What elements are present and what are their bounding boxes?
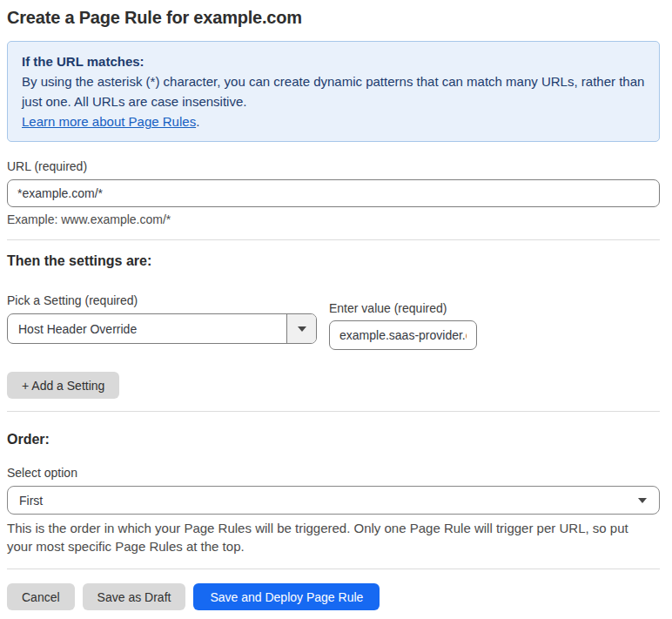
divider [7,239,660,240]
add-setting-button[interactable]: + Add a Setting [7,372,119,399]
order-helper-text: This is the order in which your Page Rul… [7,519,651,555]
order-select-label: Select option [7,467,660,480]
create-page-rule-form: Create a Page Rule for example.com If th… [0,0,672,619]
url-input[interactable] [7,179,660,207]
add-setting-wrap: + Add a Setting [7,372,660,399]
page-title: Create a Page Rule for example.com [7,7,660,28]
setting-select-group: Pick a Setting (required) Host Header Ov… [7,294,317,344]
url-field-label: URL (required) [7,160,660,173]
divider [7,569,660,569]
learn-more-link[interactable]: Learn more about Page Rules [22,114,196,129]
footer-actions: Cancel Save as Draft Save and Deploy Pag… [7,583,660,610]
save-draft-button[interactable]: Save as Draft [83,583,186,610]
order-heading-wrap: Order: [7,433,660,447]
setting-value-input[interactable] [329,320,477,350]
dropdown-arrow-icon [298,326,306,332]
setting-select-label: Pick a Setting (required) [7,294,317,307]
order-section-heading: Order: [7,433,660,447]
url-match-info-box: If the URL matches: By using the asteris… [7,41,660,142]
order-select[interactable]: First [7,486,660,515]
save-deploy-button[interactable]: Save and Deploy Page Rule [193,583,380,610]
info-box-link-line: Learn more about Page Rules. [22,111,645,131]
chevron-down-icon [638,498,647,503]
setting-value-group: Enter value (required) [329,302,477,350]
url-field-group: URL (required) Example: www.example.com/… [7,160,660,226]
setting-select-arrow-button[interactable] [286,314,316,343]
order-select-value: First [8,494,638,508]
cancel-button[interactable]: Cancel [7,583,75,610]
setting-select-value: Host Header Override [8,322,286,336]
setting-row: Pick a Setting (required) Host Header Ov… [7,294,660,350]
info-box-heading: If the URL matches: [22,51,645,71]
value-field-label: Enter value (required) [329,302,477,315]
link-period: . [196,114,199,129]
divider [7,411,660,412]
url-example-helper: Example: www.example.com/* [7,213,660,226]
settings-section-heading: Then the settings are: [7,254,660,268]
setting-select[interactable]: Host Header Override [7,313,317,344]
info-box-body: By using the asterisk (*) character, you… [22,71,645,111]
